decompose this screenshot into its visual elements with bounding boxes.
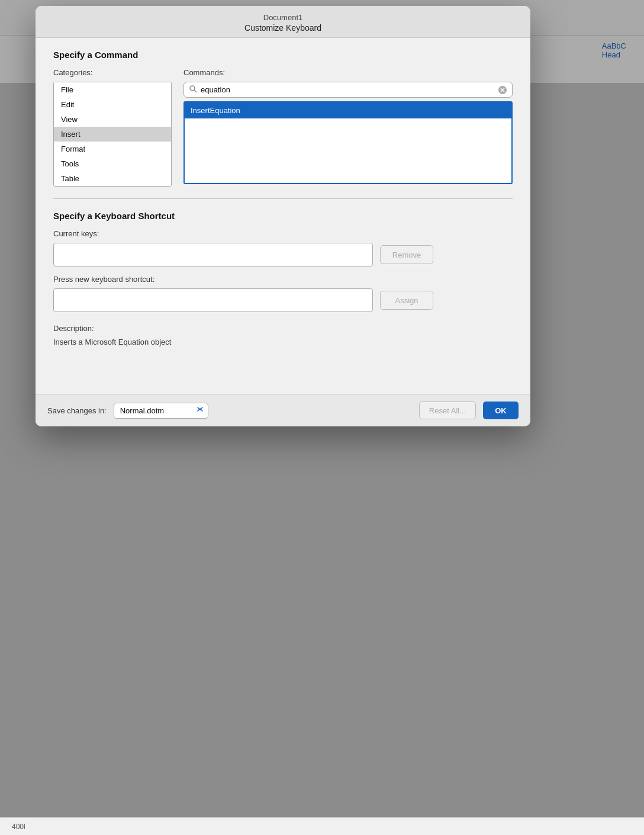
category-insert[interactable]: Insert bbox=[54, 127, 171, 142]
svg-point-0 bbox=[190, 86, 195, 91]
commands-label: Commands: bbox=[183, 68, 513, 77]
new-shortcut-input[interactable] bbox=[53, 288, 373, 312]
clear-search-button[interactable] bbox=[498, 85, 507, 95]
category-file[interactable]: File bbox=[54, 82, 171, 97]
svg-line-1 bbox=[194, 90, 197, 92]
command-insert-equation[interactable]: InsertEquation bbox=[185, 102, 511, 118]
section-divider bbox=[53, 198, 513, 199]
search-box bbox=[183, 82, 513, 98]
status-text: 400l bbox=[12, 823, 25, 831]
status-bar: 400l bbox=[0, 817, 644, 835]
dialog-footer: Save changes in: Normal.dotm Reset All..… bbox=[36, 394, 530, 426]
dialog-title: Customize Keyboard bbox=[45, 23, 521, 33]
description-text: Inserts a Microsoft Equation object bbox=[53, 338, 513, 346]
category-view[interactable]: View bbox=[54, 112, 171, 127]
current-keys-input[interactable] bbox=[53, 243, 373, 266]
specify-shortcut-section: Specify a Keyboard Shortcut Current keys… bbox=[53, 211, 513, 346]
ok-button[interactable]: OK bbox=[483, 402, 519, 419]
categories-list: File Edit View Insert Format Tools Table bbox=[53, 82, 172, 187]
dialog-body: Specify a Command Categories: File Edit … bbox=[36, 38, 530, 358]
save-select-wrapper: Normal.dotm bbox=[114, 403, 208, 419]
doc-title: Document1 bbox=[45, 13, 521, 22]
command-columns: Categories: File Edit View Insert Format… bbox=[53, 68, 513, 187]
specify-command-title: Specify a Command bbox=[53, 50, 513, 60]
description-label: Description: bbox=[53, 324, 513, 333]
categories-label: Categories: bbox=[53, 68, 172, 77]
new-shortcut-row: Assign bbox=[53, 288, 513, 312]
categories-col: Categories: File Edit View Insert Format… bbox=[53, 68, 172, 187]
commands-col: Commands: bbox=[183, 68, 513, 184]
specify-command-section: Specify a Command Categories: File Edit … bbox=[53, 50, 513, 187]
search-icon bbox=[189, 85, 197, 95]
category-table[interactable]: Table bbox=[54, 171, 171, 186]
save-changes-select[interactable]: Normal.dotm bbox=[114, 403, 208, 419]
press-shortcut-label: Press new keyboard shortcut: bbox=[53, 275, 513, 284]
dialog-titlebar: Document1 Customize Keyboard bbox=[36, 6, 530, 38]
commands-list: InsertEquation bbox=[183, 101, 513, 184]
save-changes-label: Save changes in: bbox=[47, 406, 107, 415]
current-keys-row: Remove bbox=[53, 243, 513, 266]
current-keys-label: Current keys: bbox=[53, 229, 513, 238]
category-format[interactable]: Format bbox=[54, 142, 171, 156]
specify-shortcut-title: Specify a Keyboard Shortcut bbox=[53, 211, 513, 221]
commands-search-input[interactable] bbox=[201, 85, 494, 94]
remove-button[interactable]: Remove bbox=[380, 245, 433, 264]
customize-keyboard-dialog: Document1 Customize Keyboard Specify a C… bbox=[36, 6, 530, 426]
category-tools[interactable]: Tools bbox=[54, 156, 171, 171]
category-edit[interactable]: Edit bbox=[54, 97, 171, 112]
reset-all-button[interactable]: Reset All... bbox=[419, 402, 476, 419]
assign-button[interactable]: Assign bbox=[380, 291, 433, 310]
